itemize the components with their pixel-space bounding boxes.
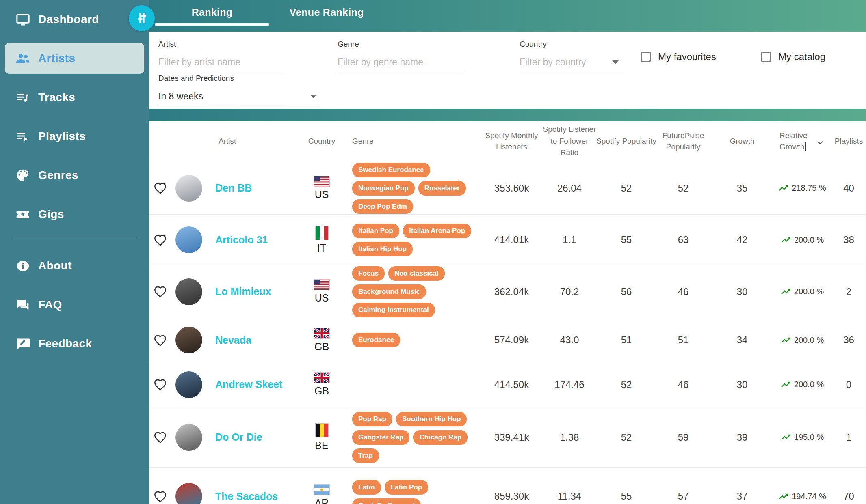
- filter-toggle-button[interactable]: [129, 5, 155, 31]
- genre-chip[interactable]: Deep Pop Edm: [352, 199, 413, 214]
- relative-growth-cell: 200.0 %: [773, 235, 831, 246]
- genre-chip[interactable]: Russelater: [418, 181, 466, 196]
- trending-up-icon: [778, 491, 789, 502]
- country-filter-select[interactable]: Filter by country: [520, 54, 621, 72]
- genre-chip[interactable]: Eurodance: [352, 333, 400, 347]
- artist-name-link[interactable]: Den BB: [212, 182, 252, 194]
- heart-outline-icon[interactable]: [153, 284, 167, 299]
- favourite-cell: [149, 284, 171, 299]
- genre-chip[interactable]: Trap: [352, 448, 379, 463]
- artist-name-link[interactable]: The Sacados: [212, 491, 278, 502]
- heart-outline-icon[interactable]: [153, 489, 167, 504]
- column-header-futurepulse-popularity[interactable]: FuturePulse Popularity: [659, 130, 708, 153]
- sidebar-item-tracks[interactable]: Tracks: [5, 82, 144, 113]
- country-code: US: [315, 292, 329, 304]
- genre-chip[interactable]: Norwegian Pop: [352, 181, 415, 196]
- sidebar-item-label: Tracks: [38, 91, 75, 104]
- artist-name-link[interactable]: Articolo 31: [212, 234, 268, 246]
- artist-cell: Articolo 31: [212, 234, 299, 246]
- column-header-relative-growth[interactable]: Relative Growth: [779, 130, 825, 153]
- futurepulse-popularity-value: 46: [655, 286, 712, 297]
- column-header-growth[interactable]: Growth: [730, 136, 754, 147]
- relative-growth-cell: 200.0 %: [773, 286, 831, 297]
- column-header-spotify-popularity[interactable]: Spotify Popularity: [596, 136, 656, 147]
- favourite-cell: [149, 489, 171, 504]
- table-header-row: ArtistCountryGenreSpotify Monthly Listen…: [149, 121, 866, 162]
- genre-chip[interactable]: Swedish Eurodance: [352, 163, 430, 177]
- listener-follower-ratio-value: 26.04: [541, 183, 598, 194]
- genre-chip[interactable]: Gangster Rap: [352, 430, 409, 445]
- genre-chip[interactable]: Italian Hip Hop: [352, 242, 413, 256]
- sidebar-item-gigs[interactable]: Gigs: [5, 199, 144, 230]
- genre-filter-input[interactable]: [338, 54, 463, 72]
- flag-ar-icon: [314, 484, 330, 495]
- sidebar-item-artists[interactable]: Artists: [5, 43, 144, 74]
- genre-chip[interactable]: Italian Arena Pop: [403, 224, 471, 238]
- relative-growth-value: 200.0 %: [794, 235, 824, 245]
- genres-cell: [344, 362, 482, 407]
- genre-chip[interactable]: Italian Pop: [352, 224, 399, 238]
- artist-name-link[interactable]: Andrew Skeet: [212, 379, 282, 390]
- artist-filter-label: Artist: [158, 40, 284, 49]
- tab-venue-ranking[interactable]: Venue Ranking: [269, 0, 384, 32]
- heart-outline-icon[interactable]: [153, 181, 167, 195]
- growth-value: 42: [712, 234, 773, 246]
- sidebar-item-about[interactable]: About: [5, 250, 144, 281]
- my-favourites-checkbox[interactable]: [641, 52, 651, 62]
- artist-name-link[interactable]: Do Or Die: [212, 431, 262, 443]
- dates-filter-select[interactable]: In 8 weeks: [158, 88, 319, 106]
- listener-follower-ratio-value: 1.1: [541, 234, 598, 246]
- column-header-playlists[interactable]: Playlists: [835, 136, 863, 147]
- people-icon: [13, 50, 32, 67]
- listener-follower-ratio-value: 11.34: [541, 491, 598, 502]
- flag-it-icon: [315, 226, 329, 240]
- genre-chip[interactable]: Pop Rap: [352, 412, 392, 426]
- artist-filter-input[interactable]: [158, 54, 284, 72]
- genre-chip[interactable]: Background Music: [352, 284, 426, 299]
- monthly-listeners-value: 414.01k: [482, 234, 541, 246]
- trending-up-icon: [780, 286, 791, 297]
- artist-name-link[interactable]: Lo Mimieux: [212, 286, 271, 297]
- trending-up-icon: [780, 379, 791, 390]
- trending-up-icon: [778, 183, 789, 194]
- column-header-country[interactable]: Country: [308, 136, 336, 147]
- column-header-spotify-listener-to-follower-ratio[interactable]: Spotify Listener to Follower Ratio: [541, 124, 598, 159]
- sidebar-item-faq[interactable]: FAQ: [5, 289, 144, 320]
- country-filter-field: Country Filter by country: [520, 40, 621, 72]
- heart-outline-icon[interactable]: [153, 333, 167, 347]
- genre-chip[interactable]: Latin: [352, 480, 381, 495]
- genre-chip[interactable]: Chicago Rap: [413, 430, 468, 445]
- growth-value: 30: [712, 286, 773, 297]
- column-header-spotify-monthly-listeners[interactable]: Spotify Monthly Listeners: [482, 130, 541, 153]
- heart-outline-icon[interactable]: [153, 233, 167, 247]
- genre-chip[interactable]: Focus: [352, 266, 385, 281]
- column-header-genre[interactable]: Genre: [344, 136, 374, 147]
- growth-value: 30: [712, 379, 773, 390]
- favourite-cell: [149, 430, 171, 444]
- playlists-value: 2: [831, 286, 866, 297]
- country-code: GB: [314, 385, 329, 397]
- sidebar-item-dashboard[interactable]: Dashboard: [5, 4, 144, 35]
- tab-ranking[interactable]: Ranking: [155, 0, 269, 32]
- genre-chip[interactable]: Rock En Espanol: [352, 498, 421, 504]
- genre-chip[interactable]: Southern Hip Hop: [396, 412, 467, 426]
- growth-value: 37: [712, 491, 773, 502]
- genre-chip[interactable]: Neo-classical: [388, 266, 445, 281]
- heart-outline-icon[interactable]: [153, 430, 167, 444]
- heart-outline-icon[interactable]: [153, 377, 167, 392]
- sidebar-item-label: Playlists: [38, 130, 86, 143]
- sidebar-item-genres[interactable]: Genres: [5, 160, 144, 191]
- artist-name-link[interactable]: Nevada: [212, 334, 251, 346]
- column-header-artist[interactable]: Artist: [212, 136, 236, 147]
- sidebar-item-feedback[interactable]: Feedback: [5, 328, 144, 359]
- country-cell: GB: [299, 372, 344, 397]
- my-catalog-checkbox[interactable]: [761, 52, 771, 62]
- genre-filter-label: Genre: [338, 40, 463, 49]
- monthly-listeners-value: 339.41k: [482, 432, 541, 443]
- genre-chip[interactable]: Latin Pop: [385, 480, 428, 495]
- genre-chip[interactable]: Calming Instrumental: [352, 303, 435, 317]
- country-filter-placeholder: Filter by country: [520, 57, 612, 68]
- futurepulse-popularity-value: 57: [655, 491, 712, 502]
- sidebar-item-playlists[interactable]: Playlists: [5, 121, 144, 152]
- playlists-value: 1: [831, 432, 866, 443]
